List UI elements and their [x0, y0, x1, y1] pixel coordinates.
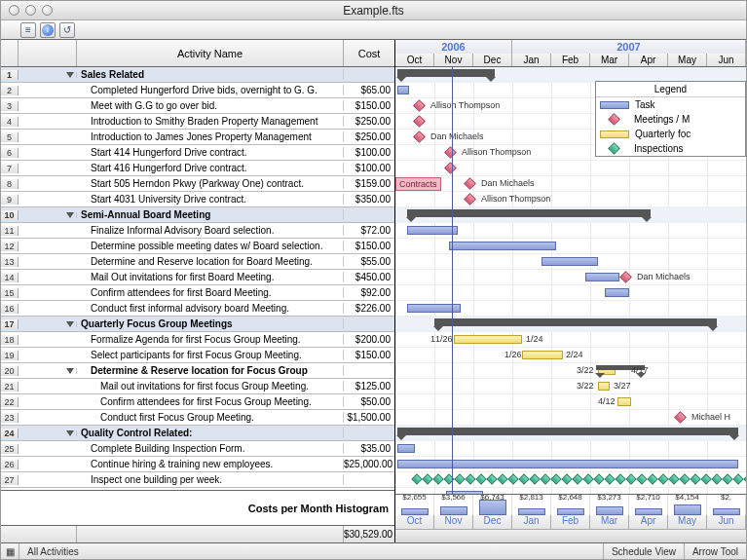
activity-row[interactable]: 18Formalize Agenda for first Focus Group…: [1, 332, 394, 348]
cost-header[interactable]: Cost: [344, 40, 394, 66]
activity-name[interactable]: Mail out invitations for first focus Gro…: [77, 381, 344, 392]
quarterly-bar[interactable]: [617, 397, 631, 406]
status-filter[interactable]: All Activities: [19, 543, 87, 559]
disclosure-triangle-icon[interactable]: [66, 72, 74, 78]
disclosure-triangle-icon[interactable]: [66, 430, 74, 436]
activity-name[interactable]: Select participants for first Focus Grou…: [77, 350, 344, 360]
task-bar[interactable]: [585, 273, 619, 281]
histogram-value: $3,566: [441, 493, 465, 502]
gantt-chart[interactable]: Legend Task Meetings / M Quarterly foc I…: [395, 67, 746, 494]
activity-name[interactable]: Quality Control Related:: [77, 428, 344, 438]
task-bar[interactable]: [407, 226, 458, 235]
activity-row[interactable]: 21Mail out invitations for first focus G…: [1, 379, 394, 394]
activity-name[interactable]: Determine and Reserve location for Board…: [77, 256, 344, 267]
quarterly-bar[interactable]: [598, 382, 610, 391]
activity-row[interactable]: 26Continue hiring & training new employe…: [1, 457, 394, 472]
summary-bar[interactable]: [434, 318, 717, 326]
task-bar[interactable]: [449, 242, 556, 250]
contracts-tag[interactable]: Contracts: [395, 177, 441, 191]
titlebar[interactable]: Example.fts: [1, 1, 746, 20]
summary-bar[interactable]: [397, 69, 495, 77]
activity-row[interactable]: 3Meet with G.G to go over bid.$150.00: [1, 98, 394, 114]
activity-name[interactable]: Introduction to Smithy Braden Property M…: [77, 116, 344, 127]
activity-name[interactable]: Determine & Reserve location for Focus G…: [77, 365, 344, 376]
activity-row[interactable]: 8Start 505 Herndon Pkwy (Parkway One) co…: [1, 176, 394, 192]
activity-row[interactable]: 10Semi-Annual Board Meeting: [1, 207, 394, 223]
histogram-bar: [674, 504, 701, 515]
activity-row[interactable]: 25Complete Building Inspection Form.$35.…: [1, 441, 394, 457]
timeline-month: Mar: [590, 54, 629, 67]
histogram-value: $4,154: [675, 493, 698, 502]
histogram-bar: [401, 508, 429, 515]
activity-row[interactable]: 20Determine & Reserve location for Focus…: [1, 363, 394, 379]
activity-name[interactable]: Mail Out invitations for first Board Mee…: [77, 272, 344, 282]
disclosure-triangle-icon[interactable]: [66, 368, 74, 374]
disclosure-triangle-icon[interactable]: [66, 321, 74, 327]
summary-bar[interactable]: [407, 209, 651, 217]
quarterly-bar[interactable]: [454, 335, 522, 344]
activity-row[interactable]: 24Quality Control Related:: [1, 426, 394, 441]
row-number: 16: [1, 304, 19, 314]
activity-name[interactable]: Determine possible meeting dates w/ Boar…: [77, 241, 344, 251]
task-bar[interactable]: [397, 444, 415, 453]
task-bar[interactable]: [542, 257, 598, 266]
activity-name[interactable]: Inspect one building per week.: [77, 474, 344, 485]
activity-row[interactable]: 27Inspect one building per week.: [1, 472, 394, 488]
status-tool[interactable]: Arrow Tool: [684, 543, 746, 559]
activity-row[interactable]: 7Start 416 Hungerford Drive contract.$10…: [1, 161, 394, 176]
toolbar-refresh-button[interactable]: ↺: [59, 22, 75, 38]
activity-name[interactable]: Semi-Annual Board Meeting: [77, 209, 344, 220]
activity-name[interactable]: Start 414 Hungerford Drive contract.: [77, 147, 344, 158]
activity-row[interactable]: 16Conduct first informal advisory board …: [1, 301, 394, 317]
activity-row[interactable]: 17Quarterly Focus Group Meetings: [1, 317, 394, 332]
activity-row[interactable]: 14Mail Out invitations for first Board M…: [1, 270, 394, 285]
timeline-month: Oct: [395, 54, 434, 67]
activity-row[interactable]: 19Select participants for first Focus Gr…: [1, 348, 394, 363]
horizontal-scrollbar[interactable]: [395, 529, 746, 542]
task-bar[interactable]: [397, 86, 409, 94]
milestone-label: Dan Michaels: [481, 178, 535, 188]
status-view[interactable]: Schedule View: [603, 543, 684, 559]
window-title: Example.fts: [1, 4, 746, 18]
activity-row[interactable]: 4Introduction to Smithy Braden Property …: [1, 114, 394, 130]
row-number: 1: [1, 70, 19, 80]
activity-name[interactable]: Start 505 Herndon Pkwy (Parkway One) con…: [77, 178, 344, 189]
activity-row[interactable]: 1Sales Related: [1, 67, 394, 83]
quarterly-bar[interactable]: [522, 351, 563, 359]
activity-row[interactable]: 12Determine possible meeting dates w/ Bo…: [1, 239, 394, 254]
activity-row[interactable]: 15Confirm attendees for first Board Meet…: [1, 285, 394, 301]
activity-name[interactable]: Continue hiring & training new employees…: [77, 459, 344, 469]
toolbar-info-button[interactable]: i: [40, 22, 56, 38]
timeline-month: Apr: [629, 54, 668, 67]
summary-bar[interactable]: [397, 428, 738, 435]
activity-name[interactable]: Completed Hungerford Drive bids, overnig…: [77, 85, 344, 95]
activity-name[interactable]: Start 4031 University Drive contract.: [77, 194, 344, 205]
activity-name[interactable]: Conduct first informal advisory board Me…: [77, 303, 344, 314]
activity-row[interactable]: 9Start 4031 University Drive contract.$3…: [1, 192, 394, 207]
task-bar[interactable]: [605, 288, 629, 297]
activity-name[interactable]: Complete Building Inspection Form.: [77, 443, 344, 454]
activity-cost: $450.00: [344, 272, 394, 282]
activity-row[interactable]: 23Conduct first Focus Group Meeting.$1,5…: [1, 410, 394, 426]
activity-name[interactable]: Finalize Informal Advisory Board selecti…: [77, 225, 344, 236]
activity-name[interactable]: Meet with G.G to go over bid.: [77, 100, 344, 111]
disclosure-triangle-icon[interactable]: [66, 212, 74, 218]
activity-row[interactable]: 2Completed Hungerford Drive bids, overni…: [1, 83, 394, 98]
activity-row[interactable]: 22Confirm attendees for first Focus Grou…: [1, 394, 394, 410]
activity-cost: $200.00: [344, 334, 394, 345]
activity-row[interactable]: 11Finalize Informal Advisory Board selec…: [1, 223, 394, 239]
activity-row[interactable]: 6Start 414 Hungerford Drive contract.$10…: [1, 145, 394, 161]
activity-name-header[interactable]: Activity Name: [77, 40, 344, 66]
task-bar[interactable]: [397, 460, 738, 468]
activity-name[interactable]: Introduction to James Jones Property Man…: [77, 131, 344, 142]
activity-name[interactable]: Formalize Agenda for first Focus Group M…: [77, 334, 344, 345]
activity-name[interactable]: Confirm attendees for first Focus Group …: [77, 396, 344, 407]
activity-name[interactable]: Start 416 Hungerford Drive contract.: [77, 163, 344, 173]
activity-name[interactable]: Sales Related: [77, 69, 344, 80]
activity-name[interactable]: Quarterly Focus Group Meetings: [77, 318, 344, 329]
activity-name[interactable]: Confirm attendees for first Board Meetin…: [77, 287, 344, 298]
activity-row[interactable]: 5Introduction to James Jones Property Ma…: [1, 130, 394, 145]
activity-row[interactable]: 13Determine and Reserve location for Boa…: [1, 254, 394, 270]
activity-name[interactable]: Conduct first Focus Group Meeting.: [77, 412, 344, 423]
toolbar-button-1[interactable]: ≡: [20, 22, 36, 38]
